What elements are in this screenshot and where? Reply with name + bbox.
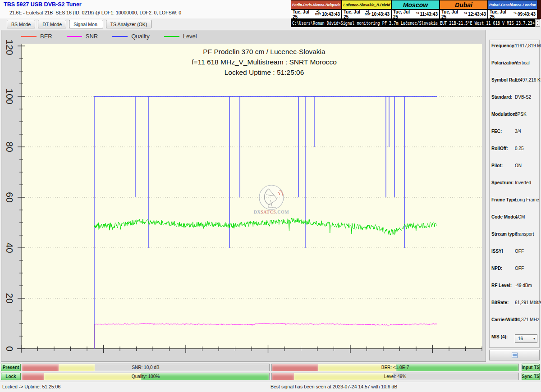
legend-item-level: Level: [164, 33, 197, 40]
chart-legend: BERSNRQualityLevel: [21, 33, 211, 40]
svg-text:Locked Uptime : 51:25:06: Locked Uptime : 51:25:06: [225, 68, 304, 76]
input-ts-button[interactable]: Input TS: [522, 364, 540, 371]
tab-ts-analyzer-ok-[interactable]: TS Analyzer (OK): [106, 20, 152, 28]
tab-dt-mode[interactable]: DT Mode: [38, 20, 66, 28]
chevron-down-icon: ▾: [533, 337, 535, 341]
sidebar-row-mis: MIS (4):16▾: [490, 334, 539, 351]
clock-time: Tue, Jul 25+311:43:43: [391, 9, 440, 19]
bar-label: BER: <1.0E-7: [272, 364, 518, 371]
sidebar-row: NPD:OFF: [490, 266, 539, 283]
tuner-subtitle: 21.6E - Eutelsat 21B SES 16 (ID: 0216) @…: [9, 10, 181, 15]
sidebar-row: Code Mode:ACM: [490, 214, 539, 232]
svg-text:80: 80: [5, 141, 15, 152]
sidebar-row: BitRate:61,291 Mbit/s: [490, 300, 539, 317]
app-title: TBS 5927 USB DVB-S2 Tuner: [4, 1, 82, 8]
spinner-down-icon[interactable]: ▾: [537, 23, 538, 26]
svg-text:0: 0: [5, 346, 15, 351]
world-clock-panel: Berlin-Paris-Vienna-BelgradeTue, Jul 25+…: [291, 0, 537, 19]
legend-line-swatch: [112, 36, 128, 37]
window-header: TBS 5927 USB DVB-S2 Tuner 21.6E - Eutels…: [0, 0, 291, 18]
legend-line-swatch: [164, 36, 179, 37]
statusbar: Locked -> Uptime: 51:25:06 Best signal h…: [0, 382, 541, 392]
statusbar-best-signal: Best signal has been seen at 2023-07-24 …: [270, 384, 397, 389]
spinner-up-icon[interactable]: ▴: [537, 20, 538, 23]
list-icon: [511, 352, 518, 358]
svg-text:100: 100: [5, 88, 15, 104]
svg-text:DXSATCS.COM: DXSATCS.COM: [254, 210, 289, 214]
sync-ts-button[interactable]: Sync TS: [522, 373, 540, 380]
sidebar-row: Symbol Rate:27497,216 KS/s: [490, 77, 539, 95]
tab-signal-mon-[interactable]: Signal Mon.: [69, 20, 103, 28]
legend-item-quality: Quality: [112, 33, 149, 40]
clock-time: Tue, Jul 25+1DST10:43:43: [291, 9, 342, 19]
sidebar-row: Frame Type:Long Frame: [490, 197, 539, 214]
clock-city: Dubai: [440, 0, 488, 9]
svg-text:PF Prodelin 370 cm / Lucenec-S: PF Prodelin 370 cm / Lucenec-Slovakia: [203, 48, 326, 55]
window-edge-strip: [537, 0, 541, 19]
legend-item-snr: SNR: [67, 33, 98, 40]
clock-time: Tue, Jul 25+1DST10:43:43: [342, 9, 391, 19]
svg-text:120: 120: [5, 39, 15, 55]
sidebar-row: RollOff:0.25: [490, 146, 539, 163]
clock-city: Moscow: [391, 0, 440, 9]
sidebar-row: Standard:DVB-S2: [490, 95, 539, 112]
clock-time: Tue, Jul 25+109:43:43: [488, 9, 537, 19]
mode-tabs: BS ModeDT ModeSignal Mon.TS Analyzer (OK…: [7, 20, 151, 27]
progress-bar: Level: 49%: [271, 373, 519, 380]
console-scroll-spinner[interactable]: ▴ ▾: [535, 19, 540, 27]
legend-line-swatch: [67, 36, 82, 37]
clock-time: Tue, Jul 25+412:43:43: [440, 9, 488, 19]
svg-text:f=11 618 MHz_V_Multistream : S: f=11 618 MHz_V_Multistream : SNRT Morocc…: [192, 58, 337, 66]
bar-label: Level: 49%: [272, 373, 518, 380]
sidebar-row: RF Level:-49 dBm: [490, 283, 539, 300]
transponder-info-sidebar: Frequency:11617,819 MHzPolarization:Vert…: [489, 40, 540, 348]
sidebar-row: FEC:3/4: [490, 129, 539, 146]
statusbar-lock-uptime: Locked -> Uptime: 51:25:06: [2, 384, 60, 389]
console-text: C:\Users\Roman Dávid>Signal monitoring_P…: [292, 19, 535, 27]
bar-label: SNR: 10,0 dB: [22, 364, 269, 371]
clock-city: Berlin-Paris-Vienna-Belgrade: [291, 0, 342, 9]
stream-list-button[interactable]: [489, 350, 540, 360]
sidebar-row: Spectrum:Inverted: [490, 180, 539, 197]
sidebar-row: ISSYIOFF: [490, 249, 539, 266]
signal-history-chart: DXSATCS.COM020406080100120PF Prodelin 37…: [1, 30, 486, 361]
bar-label: Quality: 100%: [22, 373, 269, 380]
legend-line-swatch: [21, 36, 37, 37]
sidebar-row: Modulation:8PSK: [490, 112, 539, 129]
progress-bar: Quality: 100%: [22, 373, 270, 380]
sidebar-row: Frequency:11617,819 MHz: [490, 43, 539, 60]
legend-item-ber: BER: [21, 33, 52, 40]
tab-bs-mode[interactable]: BS Mode: [7, 20, 35, 28]
svg-text:20: 20: [5, 293, 15, 303]
progress-bar: BER: <1.0E-7: [271, 364, 519, 371]
clock-city: Rabat-Casablanca-London: [488, 0, 537, 9]
present-button[interactable]: Present: [1, 364, 21, 371]
progress-bar: SNR: 10,0 dB: [22, 364, 270, 371]
sidebar-row: Stream type:Transport: [490, 232, 539, 249]
sidebar-row: Pilot:ON: [490, 163, 539, 180]
mis-select[interactable]: 16▾: [515, 334, 537, 343]
console-output: C:\Users\Roman Dávid>Signal monitoring_P…: [291, 19, 535, 27]
sidebar-row: CarrierWidth:34,371 MHz: [490, 317, 539, 334]
lock-button[interactable]: Lock: [1, 373, 21, 380]
signal-chart-panel: BERSNRQualityLevel DXSATCS.COM0204060801…: [1, 30, 486, 362]
clock-city: Lučenec-Slovakia_R.Dávid: [342, 0, 391, 9]
sidebar-row: Polarization:Vertical: [490, 60, 539, 77]
svg-text:40: 40: [5, 242, 15, 253]
svg-text:60: 60: [5, 192, 15, 202]
